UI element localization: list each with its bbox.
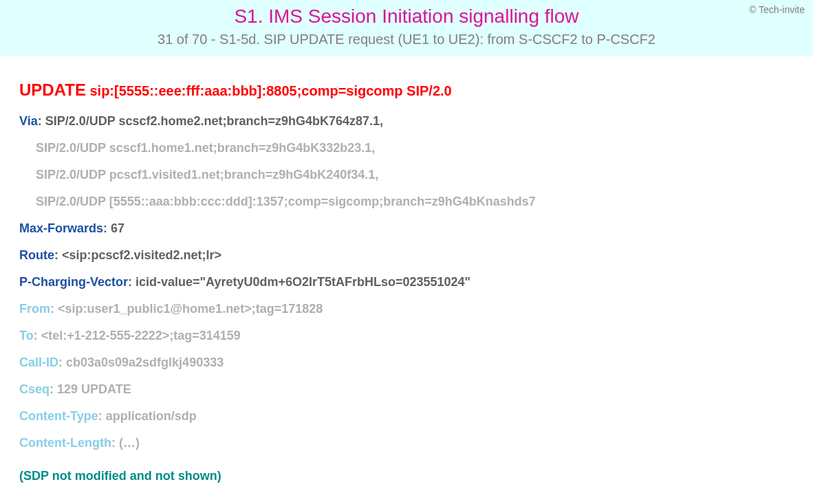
p-charging-vector-line: P-Charging-Vector: icid-value="AyretyU0d… xyxy=(19,273,794,292)
content-type-line: Content-Type: application/sdp xyxy=(19,407,794,426)
header-banner: © Tech-invite S1. IMS Session Initiation… xyxy=(0,0,813,56)
via-header-name: Via xyxy=(19,114,38,128)
p-charging-vector-value: : icid-value="AyretyU0dm+6O2IrT5tAFrbHLs… xyxy=(128,275,470,289)
content-length-value: : (…) xyxy=(111,436,140,450)
via-continuation-4: SIP/2.0/UDP [5555::aaa:bbb:ccc:ddd]:1357… xyxy=(19,193,794,211)
content-length-name: Content-Length xyxy=(19,436,111,450)
content-type-value: : application/sdp xyxy=(98,409,197,423)
sip-method: UPDATE xyxy=(19,80,86,99)
max-forwards-line: Max-Forwards: 67 xyxy=(19,219,794,238)
sip-message-body: UPDATE sip:[5555::eee:fff:aaa:bbb]:8805;… xyxy=(0,56,813,504)
call-id-name: Call-ID xyxy=(19,355,58,369)
page-subtitle: 31 of 70 - S1-5d. SIP UPDATE request (UE… xyxy=(0,32,813,47)
copyright-text: © Tech-invite xyxy=(749,4,805,15)
route-value: : <sip:pcscf2.visited2.net;lr> xyxy=(54,248,221,262)
content-length-line: Content-Length: (…) xyxy=(19,434,794,452)
cseq-name: Cseq xyxy=(19,382,50,396)
page-title: S1. IMS Session Initiation signalling fl… xyxy=(0,6,813,28)
cseq-line: Cseq: 129 UPDATE xyxy=(19,380,794,399)
request-line: UPDATE sip:[5555::eee:fff:aaa:bbb]:8805;… xyxy=(19,80,794,100)
via-header-line: Via: SIP/2.0/UDP scscf2.home2.net;branch… xyxy=(19,112,794,131)
via-continuation-2: SIP/2.0/UDP scscf1.home1.net;branch=z9hG… xyxy=(19,139,794,157)
via-continuation-3: SIP/2.0/UDP pcscf1.visited1.net;branch=z… xyxy=(19,166,794,184)
request-uri: sip:[5555::eee:fff:aaa:bbb]:8805;comp=si… xyxy=(89,83,451,98)
to-name: To xyxy=(19,329,34,342)
max-forwards-value: : 67 xyxy=(103,221,124,235)
max-forwards-name: Max-Forwards xyxy=(19,221,103,235)
via-header-value-1: : SIP/2.0/UDP scscf2.home2.net;branch=z9… xyxy=(38,114,383,128)
content-type-name: Content-Type xyxy=(19,409,98,423)
p-charging-vector-name: P-Charging-Vector xyxy=(19,275,128,289)
call-id-line: Call-ID: cb03a0s09a2sdfglkj490333 xyxy=(19,353,794,372)
call-id-value: : cb03a0s09a2sdfglkj490333 xyxy=(58,355,224,369)
from-value: : <sip:user1_public1@home1.net>;tag=1718… xyxy=(50,302,323,316)
to-value: : <tel:+1-212-555-2222>;tag=314159 xyxy=(34,329,241,342)
cseq-value: : 129 UPDATE xyxy=(50,382,131,396)
to-line: To: <tel:+1-212-555-2222>;tag=314159 xyxy=(19,327,794,345)
from-name: From xyxy=(19,302,50,316)
from-line: From: <sip:user1_public1@home1.net>;tag=… xyxy=(19,300,794,318)
sdp-note: (SDP not modified and not shown) xyxy=(19,469,794,483)
route-name: Route xyxy=(19,248,54,262)
route-line: Route: <sip:pcscf2.visited2.net;lr> xyxy=(19,246,794,265)
